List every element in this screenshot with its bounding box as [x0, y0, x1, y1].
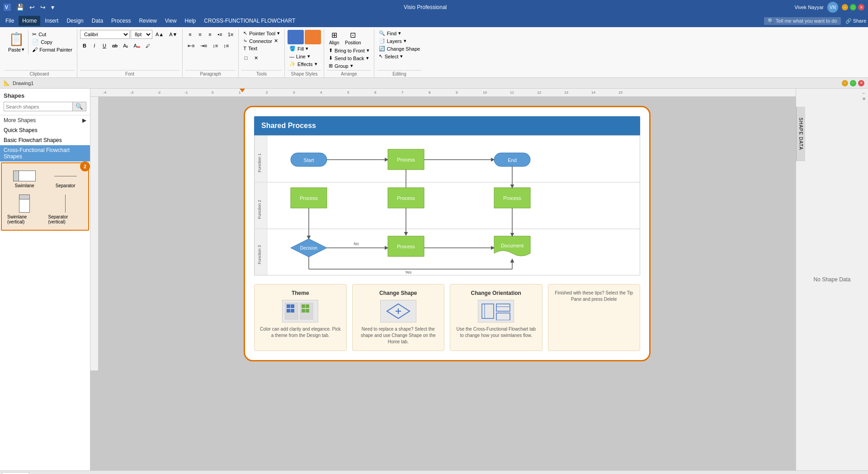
- copy-btn[interactable]: 📄 Copy: [30, 38, 74, 46]
- arrange-label: Arrange: [327, 70, 371, 77]
- finished-tip-box: Finished with these tips? Select the Tip…: [548, 284, 641, 351]
- shapes-panel: Shapes 🔍 More Shapes ▶ Quick Shapes Basi…: [0, 89, 90, 470]
- decrease-para-btn[interactable]: ↕≡: [210, 41, 220, 50]
- menu-design[interactable]: Design: [63, 16, 87, 26]
- shape-data-tab[interactable]: SHAPE DATA: [796, 107, 805, 161]
- svg-text:9: 9: [456, 90, 458, 95]
- category-cross-functional[interactable]: Cross-Functional Flowchart Shapes: [0, 145, 90, 161]
- align-left-btn[interactable]: ≡: [185, 30, 194, 39]
- doc-close-btn[interactable]: ✕: [858, 80, 864, 86]
- connector-btn[interactable]: ⤷ Connector ✕: [241, 38, 280, 44]
- menu-review[interactable]: Review: [135, 16, 160, 26]
- search-input[interactable]: [4, 103, 72, 110]
- decrease-font-btn[interactable]: A▼: [167, 30, 179, 39]
- underline-btn[interactable]: U: [100, 41, 109, 50]
- cut-btn[interactable]: ✂ Cut: [30, 31, 74, 38]
- category-basic-flowchart[interactable]: Basic Flowchart Shapes: [0, 135, 90, 145]
- send-to-back-btn[interactable]: ⬇ Send to Back ▾: [327, 55, 370, 62]
- quick-style-2[interactable]: [305, 30, 321, 44]
- svg-text:Function 2: Function 2: [257, 200, 262, 219]
- menu-cross-functional[interactable]: CROSS-FUNCTIONAL FLOWCHART: [200, 16, 299, 26]
- canvas-content[interactable]: Shared Process: [99, 97, 796, 370]
- menu-data[interactable]: Data: [88, 16, 107, 26]
- numbering-btn[interactable]: 1≡: [226, 30, 236, 39]
- menu-process[interactable]: Process: [108, 16, 134, 26]
- category-quick-shapes[interactable]: Quick Shapes: [0, 125, 90, 135]
- increase-font-btn[interactable]: A▲: [153, 30, 166, 39]
- menu-home[interactable]: Home: [19, 16, 40, 26]
- share-btn[interactable]: 🔗 Share: [845, 18, 866, 24]
- category-more-shapes[interactable]: More Shapes ▶: [0, 115, 90, 125]
- layers-btn[interactable]: 📑 Layers ▾: [377, 38, 408, 44]
- separator-v-shape-item[interactable]: Separator (vertical): [47, 193, 85, 226]
- indent-less-btn[interactable]: ⇤≡: [185, 41, 197, 50]
- swimlane-label: Swimlane: [15, 183, 34, 188]
- close-btn[interactable]: ✕: [858, 4, 864, 10]
- all-pages-btn[interactable]: All ▾: [30, 472, 47, 474]
- indent-more-btn[interactable]: ⇥≡: [198, 41, 209, 50]
- tools-extra-btn2[interactable]: ✕: [251, 53, 260, 62]
- doc-maximize-btn[interactable]: □: [850, 80, 856, 86]
- no-shape-data: No Shape Data: [796, 89, 868, 470]
- separator-shape-item[interactable]: Separator: [47, 169, 85, 190]
- svg-text:Process: Process: [397, 157, 415, 162]
- align-btn[interactable]: ⊞ Align: [327, 30, 341, 46]
- save-quick-btn[interactable]: 💾: [14, 3, 26, 12]
- menu-view[interactable]: View: [161, 16, 180, 26]
- change-shape-btn[interactable]: 🔄 Change Shape: [377, 45, 422, 52]
- search-box: 🔍: [4, 102, 86, 111]
- bullet-btn[interactable]: •≡: [215, 30, 224, 39]
- group-btn[interactable]: ⊞ Group ▾: [327, 62, 355, 69]
- align-center-btn[interactable]: ≡: [195, 30, 204, 39]
- menu-insert[interactable]: Insert: [41, 16, 62, 26]
- doc-minimize-btn[interactable]: ─: [842, 80, 848, 86]
- panel-expand-btn[interactable]: ←: [862, 90, 866, 95]
- swimlane-shape-item[interactable]: Swimlane: [5, 169, 44, 190]
- increase-para-btn[interactable]: ↕≡: [221, 41, 231, 50]
- tell-me-label: Tell me what you want to do: [776, 18, 837, 24]
- effects-btn[interactable]: ✨ Effects ▾: [288, 61, 319, 67]
- line-btn[interactable]: — Line ▾: [288, 53, 312, 60]
- pointer-tool-btn[interactable]: ↖ Pointer Tool ▾: [241, 30, 282, 37]
- canvas-container[interactable]: -4 -3 -2 -1 0 1 2 3 4 5 6 7 8 9: [90, 89, 796, 470]
- document-titlebar: 📐 Drawing1 ─ □ ✕: [0, 78, 868, 89]
- redo-quick-btn[interactable]: ↪: [38, 3, 47, 12]
- tell-me-box[interactable]: 🔍 Tell me what you want to do: [764, 17, 841, 25]
- svg-text:Yes: Yes: [405, 270, 412, 275]
- fill-btn[interactable]: 🪣 Fill ▾: [288, 45, 310, 52]
- swimlane-v-shape-item[interactable]: Swimlane (vertical): [5, 193, 44, 226]
- quick-style-1[interactable]: [288, 30, 304, 44]
- align-right-btn[interactable]: ≡: [205, 30, 214, 39]
- font-color-btn[interactable]: A▬: [131, 41, 142, 50]
- add-page-btn[interactable]: ⊕: [48, 473, 57, 474]
- minimize-btn[interactable]: ─: [842, 4, 848, 10]
- svg-text:-3: -3: [130, 90, 134, 95]
- font-name-select[interactable]: Calibri: [80, 30, 130, 39]
- strikethrough-btn[interactable]: ab: [110, 41, 120, 50]
- bring-to-front-btn[interactable]: ⬆ Bring to Front ▾: [327, 47, 371, 54]
- svg-text:13: 13: [564, 90, 568, 95]
- panel-controls: ← ✕: [862, 90, 866, 101]
- undo-quick-btn[interactable]: ↩: [28, 3, 37, 12]
- font-size-select[interactable]: 8pt: [131, 30, 152, 39]
- menu-help[interactable]: Help: [181, 16, 200, 26]
- page-tab-1[interactable]: Page-1: [2, 472, 29, 474]
- shape-styles-group: 🪣 Fill ▾ — Line ▾ ✨ Effects ▾ Shape Styl…: [285, 29, 324, 77]
- position-btn[interactable]: ⊡ Position: [343, 30, 363, 46]
- format-painter-btn[interactable]: 🖌 Format Painter: [30, 46, 74, 53]
- subscript-btn[interactable]: A₂: [121, 41, 130, 50]
- panel-close-btn[interactable]: ✕: [862, 96, 866, 101]
- maximize-btn[interactable]: □: [850, 4, 856, 10]
- bold-btn[interactable]: B: [80, 41, 89, 50]
- menu-file[interactable]: File: [2, 16, 18, 26]
- text-btn[interactable]: T Text: [241, 45, 259, 52]
- find-btn[interactable]: 🔍 Find ▾: [377, 30, 403, 37]
- italic-btn[interactable]: I: [90, 41, 99, 50]
- tools-extra-btn1[interactable]: □: [241, 53, 250, 62]
- select-btn[interactable]: ↖ Select ▾: [377, 53, 405, 60]
- highlight-btn[interactable]: 🖊: [143, 41, 152, 50]
- document-title: Drawing1: [13, 81, 33, 86]
- search-btn[interactable]: 🔍: [72, 102, 86, 111]
- paste-btn[interactable]: 📋 Paste ▾: [5, 30, 28, 54]
- customize-quick-btn[interactable]: ▾: [49, 3, 56, 12]
